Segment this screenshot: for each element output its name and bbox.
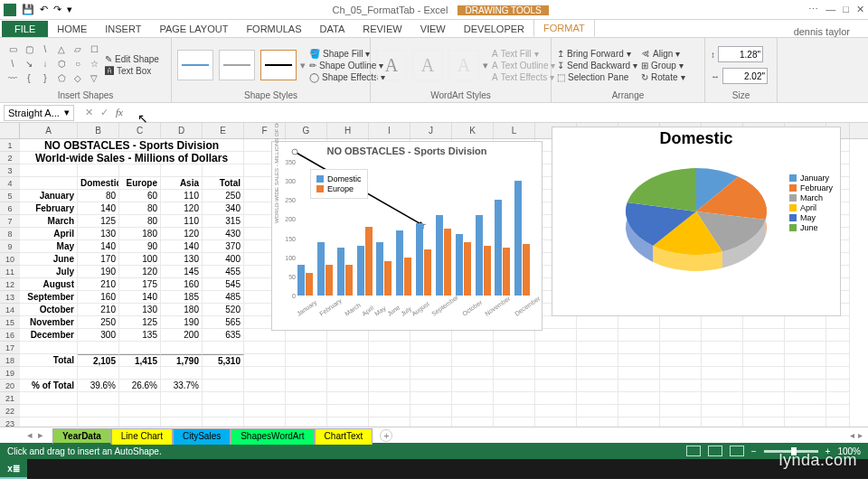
group-arrange: ↥Bring Forward ▾ ↧Send Backward ▾ ⬚Selec… [552,38,705,102]
zoom-out-icon[interactable]: − [751,446,757,456]
ribbon: ▭▢\△▱☐ \↘↓⬡○☆ 〰{}⬠◇▽ ✎Edit Shape 🅰Text B… [0,38,868,103]
sheet-tab-charttext[interactable]: ChartText [315,428,373,445]
tab-review[interactable]: REVIEW [354,21,410,37]
watermark: lynda.com [778,451,857,470]
new-sheet-button[interactable]: + [380,429,392,442]
shape-width-input[interactable] [722,68,768,84]
wa-gallery-more-icon[interactable]: ▾ [483,60,488,71]
ribbon-options-icon[interactable]: ⋯ [808,4,818,15]
scroll-right-icon[interactable]: ▸ [858,430,863,440]
enter-formula-icon[interactable]: ✓ [100,107,108,118]
sheet-nav-next-icon[interactable]: ▸ [38,429,43,441]
pie-chart-title[interactable]: Domestic [552,129,840,148]
wordart-gallery[interactable]: AAA [376,50,479,80]
page-layout-view-button[interactable] [708,446,722,456]
formula-bar: Straight A...▾ ✕ ✓ fx ↖ [0,103,868,123]
window-title: Ch_05_FormatTab - Excel DRAWING TOOLS [72,5,808,15]
status-message: Click and drag to insert an AutoShape. [7,446,162,456]
save-icon[interactable]: 💾 [22,4,34,15]
text-effects-button: AText Effects ▾ [492,72,555,82]
select-all-box[interactable] [0,123,20,139]
text-effects-icon: A [492,72,498,82]
page-break-view-button[interactable] [730,446,744,456]
send-backward-button[interactable]: ↧Send Backward ▾ [557,61,637,70]
sheet-tab-bar: ◂ ▸ YearDataLine ChartCitySalesShapesWor… [0,427,868,443]
tab-format[interactable]: FORMAT [533,19,595,37]
user-name[interactable]: dennis taylor [794,26,850,37]
tab-page-layout[interactable]: PAGE LAYOUT [150,21,237,37]
sheet-tab-yeardata[interactable]: YearData [52,428,111,445]
excel-taskbar-icon[interactable]: x≣ [0,459,27,479]
text-outline-icon: A [492,61,498,70]
ribbon-tabs: FILE HOME INSERT PAGE LAYOUT FORMULAS DA… [0,20,868,38]
forward-icon: ↥ [557,49,564,59]
tab-home[interactable]: HOME [48,21,96,37]
tab-data[interactable]: DATA [311,21,354,37]
backward-icon: ↧ [557,61,564,70]
bring-forward-button[interactable]: ↥Bring Forward ▾ [557,49,637,59]
shape-height-input[interactable] [718,46,763,62]
rotate-icon: ↻ [641,72,648,82]
selection-pane-button[interactable]: ⬚Selection Pane [557,72,637,82]
name-box[interactable]: Straight A...▾ [4,105,74,121]
align-button[interactable]: ⫷Align ▾ [641,49,684,59]
gallery-more-icon[interactable]: ▾ [300,60,306,71]
group-wordart-styles: AAA ▾ AText Fill ▾ AText Outline ▾ AText… [371,38,552,102]
selection-icon: ⬚ [557,72,565,82]
text-box-button[interactable]: 🅰Text Box [105,66,159,76]
fill-icon: 🪣 [309,49,320,59]
status-bar: Click and drag to insert an AutoShape. −… [0,443,868,459]
group-insert-shapes: ▭▢\△▱☐ \↘↓⬡○☆ 〰{}⬠◇▽ ✎Edit Shape 🅰Text B… [0,38,172,102]
scroll-left-icon[interactable]: ◂ [850,430,854,440]
group-shape-styles: ▾ 🪣Shape Fill ▾ ✏Shape Outline ▾ ◯Shape … [172,38,371,102]
height-icon: ↕ [711,50,715,60]
y-axis-label: WORLD-WIDE SALES - MILLIONS OF DOLLARS [274,123,279,223]
context-tab-drawing-tools: DRAWING TOOLS [458,5,548,15]
fx-icon[interactable]: fx [116,107,123,118]
tab-view[interactable]: VIEW [411,21,455,37]
quick-access-toolbar: 💾 ↶ ↷ ▾ [4,4,72,16]
cancel-formula-icon[interactable]: ✕ [85,107,93,118]
pie-plot[interactable] [606,154,787,289]
redo-icon[interactable]: ↷ [53,4,61,15]
undo-icon[interactable]: ↶ [40,4,48,15]
sheet-tab-line-chart[interactable]: Line Chart [111,428,173,445]
effects-icon: ◯ [309,72,319,82]
row-headers[interactable]: 123456789101112131415161718192021222324 [0,139,20,427]
close-icon[interactable]: ✕ [856,4,864,15]
tab-file[interactable]: FILE [2,21,48,37]
shape-style-gallery[interactable] [177,50,297,80]
title-bar: 💾 ↶ ↷ ▾ Ch_05_FormatTab - Excel DRAWING … [0,0,868,20]
text-box-icon: 🅰 [105,66,114,76]
width-icon: ↔ [711,71,720,81]
tab-developer[interactable]: DEVELOPER [455,21,533,37]
rotate-button[interactable]: ↻Rotate ▾ [641,72,684,82]
shapes-gallery[interactable]: ▭▢\△▱☐ \↘↓⬡○☆ 〰{}⬠◇▽ [5,44,101,86]
bar-chart[interactable]: NO OBSTACLES - Sports Division WORLD-WID… [271,141,542,331]
tab-formulas[interactable]: FORMULAS [237,21,310,37]
group-icon: ⊞ [641,61,648,70]
pie-chart[interactable]: Domestic JanuaryFebruaryMarchAprilMayJun… [552,127,841,316]
sheet-tab-citysales[interactable]: CitySales [173,428,231,445]
edit-shape-icon: ✎ [105,54,112,64]
text-fill-button: AText Fill ▾ [492,49,555,59]
sheet-nav-prev-icon[interactable]: ◂ [27,429,33,441]
outline-icon: ✏ [309,61,316,70]
group-button[interactable]: ⊞Group ▾ [641,61,684,70]
bar-legend[interactable]: Domestic Europe [310,169,368,199]
edit-shape-button[interactable]: ✎Edit Shape [105,54,159,64]
bar-chart-title[interactable]: NO OBSTACLES - Sports Division [272,145,542,156]
group-size: ↕ ↔ Size [705,38,778,102]
windows-taskbar: x≣ [0,459,868,479]
text-fill-icon: A [492,49,498,59]
align-icon: ⫷ [641,49,650,59]
pie-legend[interactable]: JanuaryFebruaryMarchAprilMayJune [789,173,833,233]
text-outline-button: AText Outline ▾ [492,61,555,70]
excel-icon [4,4,16,16]
worksheet-grid[interactable]: ABCDEFGHIJKLMNOPQRST 1234567891011121314… [0,123,868,427]
tab-insert[interactable]: INSERT [96,21,150,37]
minimize-icon[interactable]: — [826,4,835,15]
normal-view-button[interactable] [686,446,701,456]
maximize-icon[interactable]: □ [843,4,849,15]
sheet-tab-shapeswordart[interactable]: ShapesWordArt [231,428,314,445]
